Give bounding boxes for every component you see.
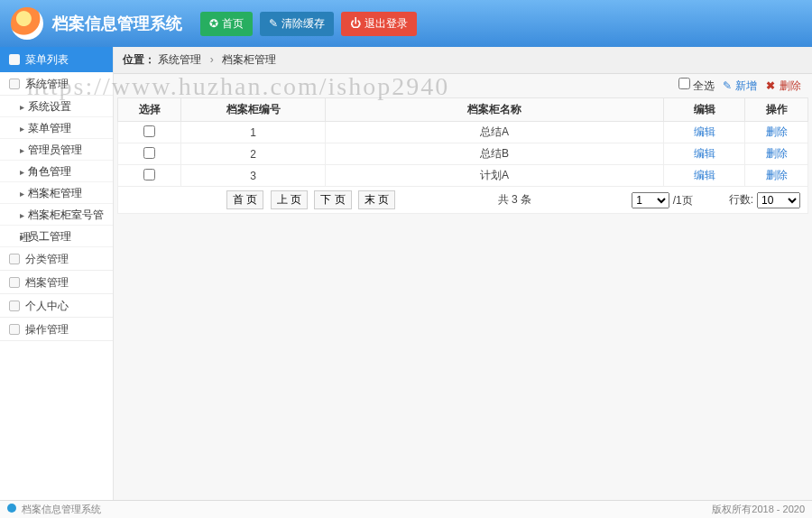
sidebar-item-cabinet-mgmt[interactable]: 档案柜管理 xyxy=(0,182,113,204)
delete-link[interactable]: 删除 xyxy=(766,169,788,181)
table-row: 1 总结A 编辑 删除 xyxy=(118,122,808,143)
logout-icon: ⏻ xyxy=(350,17,361,30)
sidebar-title: ▾ 菜单列表 xyxy=(0,47,113,72)
home-icon: ✪ xyxy=(209,17,218,30)
table-row: 2 总结B 编辑 删除 xyxy=(118,143,808,165)
cell-name: 总结B xyxy=(326,143,664,165)
grid-icon xyxy=(9,324,20,335)
delete-button[interactable]: 删除 xyxy=(780,79,801,92)
sidebar-group-system[interactable]: 系统管理 xyxy=(0,72,113,96)
pager: 首 页 上 页 下 页 末 页 共 3 条 1 /1页 行数: 10 xyxy=(117,187,808,214)
select-all-label: 全选 xyxy=(693,79,715,92)
col-name: 档案柜名称 xyxy=(326,98,664,122)
clear-icon: ✎ xyxy=(269,17,278,30)
pager-next[interactable]: 下 页 xyxy=(314,190,351,209)
delete-icon: ✖ xyxy=(766,79,775,92)
crumb-prefix: 位置： xyxy=(123,53,155,66)
table-header-row: 选择 档案柜编号 档案柜名称 编辑 操作 xyxy=(118,98,808,122)
sidebar-item-personal[interactable]: 个人中心 xyxy=(0,294,113,318)
footer-left: 档案信息管理系统 xyxy=(7,503,101,516)
pager-total: 共 3 条 xyxy=(397,192,632,208)
sidebar-item-staff-mgmt[interactable]: 员工管理 xyxy=(0,226,113,247)
col-num: 档案柜编号 xyxy=(181,98,326,122)
row-checkbox[interactable] xyxy=(143,169,155,180)
sidebar-item-cabinet-room-mgmt[interactable]: 档案柜柜室号管理 xyxy=(0,204,113,226)
home-button[interactable]: ✪首页 xyxy=(200,12,253,36)
pager-prev[interactable]: 上 页 xyxy=(271,190,308,209)
row-checkbox[interactable] xyxy=(143,125,155,137)
cell-num: 3 xyxy=(181,165,326,187)
pager-rows: 行数: 10 xyxy=(729,192,800,208)
rows-label: 行数: xyxy=(729,192,753,208)
pager-page: 1 /1页 xyxy=(632,192,692,208)
delete-link[interactable]: 删除 xyxy=(766,147,788,160)
pager-first[interactable]: 首 页 xyxy=(226,190,263,209)
edit-link[interactable]: 编辑 xyxy=(694,169,715,181)
sidebar-item-category[interactable]: 分类管理 xyxy=(0,247,113,271)
table-row: 3 计划A 编辑 删除 xyxy=(118,165,808,187)
cell-num: 1 xyxy=(181,122,326,143)
main-area: 位置： 系统管理 › 档案柜管理 全选 ✎ 新增 ✖ 删除 选择 档案柜编号 档… xyxy=(114,47,812,500)
add-button[interactable]: 新增 xyxy=(735,79,757,92)
col-edit: 编辑 xyxy=(664,98,745,122)
grid-icon xyxy=(9,254,20,264)
folder-icon xyxy=(9,79,20,89)
app-logo xyxy=(11,7,43,40)
cell-num: 2 xyxy=(181,143,326,165)
chevron-down-icon: ▾ xyxy=(9,54,20,65)
grid-icon xyxy=(9,301,20,311)
sidebar-item-menu-mgmt[interactable]: 菜单管理 xyxy=(0,117,113,139)
cell-name: 总结A xyxy=(326,122,664,143)
header: 档案信息管理系统 ✪首页 ✎清除缓存 ⏻退出登录 xyxy=(0,0,812,47)
edit-link[interactable]: 编辑 xyxy=(694,147,715,160)
logout-button[interactable]: ⏻退出登录 xyxy=(341,12,417,36)
delete-link[interactable]: 删除 xyxy=(766,125,788,138)
col-select: 选择 xyxy=(118,98,181,122)
data-table: 选择 档案柜编号 档案柜名称 编辑 操作 1 总结A 编辑 删除 2 xyxy=(117,97,808,187)
pager-left: 首 页 上 页 下 页 末 页 xyxy=(225,190,397,209)
page-of-label: /1页 xyxy=(673,194,693,207)
clear-cache-button[interactable]: ✎清除缓存 xyxy=(260,12,334,36)
crumb-level-1[interactable]: 系统管理 xyxy=(158,53,201,66)
sidebar: ▾ 菜单列表 系统管理 系统设置 菜单管理 管理员管理 角色管理 档案柜管理 档… xyxy=(0,47,114,500)
grid-icon xyxy=(9,277,20,288)
row-checkbox[interactable] xyxy=(143,147,155,159)
sidebar-item-operation[interactable]: 操作管理 xyxy=(0,318,113,341)
app-title: 档案信息管理系统 xyxy=(52,13,182,34)
footer: 档案信息管理系统 版权所有2018 - 2020 xyxy=(0,500,812,518)
crumb-level-2: 档案柜管理 xyxy=(222,53,276,66)
sidebar-item-role-mgmt[interactable]: 角色管理 xyxy=(0,161,113,182)
chevron-right-icon: › xyxy=(210,53,214,66)
breadcrumb: 位置： 系统管理 › 档案柜管理 xyxy=(114,47,812,74)
page-select[interactable]: 1 xyxy=(632,192,669,208)
sidebar-item-admin-mgmt[interactable]: 管理员管理 xyxy=(0,139,113,161)
footer-right: 版权所有2018 - 2020 xyxy=(712,503,805,516)
col-op: 操作 xyxy=(745,98,808,122)
info-icon xyxy=(7,504,16,513)
table-toolbar: 全选 ✎ 新增 ✖ 删除 xyxy=(114,74,812,97)
sidebar-item-archive[interactable]: 档案管理 xyxy=(0,271,113,294)
cell-name: 计划A xyxy=(326,165,664,187)
select-all-checkbox[interactable] xyxy=(678,78,690,89)
sidebar-item-system-settings[interactable]: 系统设置 xyxy=(0,96,113,117)
add-icon: ✎ xyxy=(723,79,732,92)
pager-last[interactable]: 末 页 xyxy=(358,190,395,209)
edit-link[interactable]: 编辑 xyxy=(694,125,715,138)
rows-select[interactable]: 10 xyxy=(757,192,800,208)
